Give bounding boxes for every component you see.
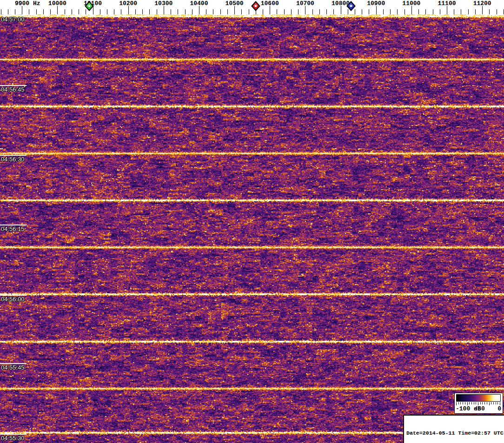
legend-tick [469,402,470,404]
ruler-minor-tick [397,9,398,14]
ruler-minor-tick [418,9,419,14]
ruler-major-tick [270,6,270,14]
time-label: 04:56:00 [1,296,25,303]
time-label: 04:56:15 [1,225,25,232]
legend-tick [476,402,476,404]
freq-label: 10500 [225,0,244,7]
time-label: 04:55:30 [1,435,25,442]
time-label: 04:57:00 [1,16,25,23]
ruler-major-tick [341,6,341,14]
ruler-minor-tick [489,9,490,14]
freq-label: 10300 [154,0,172,7]
legend-tick [460,402,461,404]
time-label: 04:56:30 [1,156,25,163]
ruler-minor-tick [1,9,1,14]
legend-tick [480,402,481,404]
ruler-minor-tick [29,9,29,14]
ruler-minor-tick [405,9,405,14]
ruler-minor-tick [390,9,391,14]
ruler-minor-tick [72,9,72,14]
ruler-minor-tick [277,9,277,14]
legend-tick [458,402,459,404]
freq-marker-green-diamond-icon[interactable] [85,1,94,11]
freq-label: 11100 [438,0,456,7]
ruler-minor-tick [241,9,242,14]
info-box: Date=2014-05-11 Time=02:57 UTC Freq=143 … [403,415,504,443]
ruler-minor-tick [149,9,150,14]
ruler-minor-tick [220,9,221,14]
ruler-minor-tick [79,9,79,14]
legend-tick [474,402,474,404]
ruler-major-tick [376,6,377,14]
ruler-major-tick [447,6,447,14]
legend-tick [487,402,487,404]
ruler-minor-tick [312,9,313,14]
ruler-major-tick [305,6,305,14]
freq-label: 10900 [367,0,385,7]
ruler-minor-tick [291,9,292,14]
ruler-minor-tick [192,9,192,14]
ruler-minor-tick [362,9,362,14]
ruler-major-tick [234,6,235,14]
ruler-minor-tick [383,9,384,14]
ruler-minor-tick [178,9,178,14]
ruler-minor-tick [121,9,121,14]
ruler-minor-tick [171,9,171,14]
freq-label: 10400 [190,0,208,7]
freq-marker-red-diamond-icon[interactable] [251,1,260,11]
ruler-minor-tick [425,9,426,14]
meteor-spectrogram-screen: 9900 Hz100001010010200103001040010500106… [0,0,504,443]
ruler-minor-tick [497,9,497,14]
freq-label: 10200 [119,0,137,7]
ruler-minor-tick [319,9,320,14]
legend-tick [467,402,468,405]
ruler-minor-tick [333,9,334,14]
legend-tick [496,402,496,404]
legend-label-max: 0 [497,405,501,412]
legend-tick [478,402,478,405]
ruler-minor-tick [65,9,65,14]
ruler-major-tick [411,6,412,14]
legend-tick [493,402,494,404]
ruler-major-tick [128,6,129,14]
ruler-minor-tick [475,9,476,14]
ruler-minor-tick [227,9,228,14]
legend-tick [497,402,498,404]
ruler-minor-tick [433,9,433,14]
freq-label: 10600 [261,0,279,7]
legend-tick [500,402,500,405]
ruler-minor-tick [100,9,100,14]
ruler-minor-tick [157,9,157,14]
ruler-minor-tick [468,9,469,14]
freq-marker-blue-diamond-icon[interactable] [346,1,356,11]
ruler-minor-tick [440,9,440,14]
ruler-minor-tick [369,9,369,14]
ruler-minor-tick [15,9,15,14]
ruler-minor-tick [326,9,327,14]
time-label: 04:56:45 [1,86,25,93]
freq-label: 10000 [48,0,66,7]
ruler-minor-tick [263,9,263,14]
ruler-minor-tick [142,9,143,14]
ruler-minor-tick [185,9,186,14]
color-scale-legend: -100 dB -50 0 [454,393,503,414]
freq-label: 9900 Hz [15,0,40,7]
ruler-minor-tick [43,9,44,14]
legend-tick [484,402,485,404]
ruler-minor-tick [107,9,107,14]
frequency-ruler: 9900 Hz100001010010200103001040010500106… [0,0,504,14]
ruler-major-tick [22,6,22,14]
legend-tick [456,402,457,405]
ruler-minor-tick [114,9,114,14]
ruler-minor-tick [206,9,206,14]
ruler-major-tick [482,6,483,14]
ruler-minor-tick [213,9,213,14]
legend-tick [465,402,465,404]
ruler-minor-tick [50,9,51,14]
freq-label: 11000 [402,0,420,7]
ruler-minor-tick [284,9,285,14]
color-gradient-bar [456,394,501,402]
ruler-major-tick [57,6,58,14]
ruler-minor-tick [249,9,249,14]
legend-tick [482,402,483,404]
